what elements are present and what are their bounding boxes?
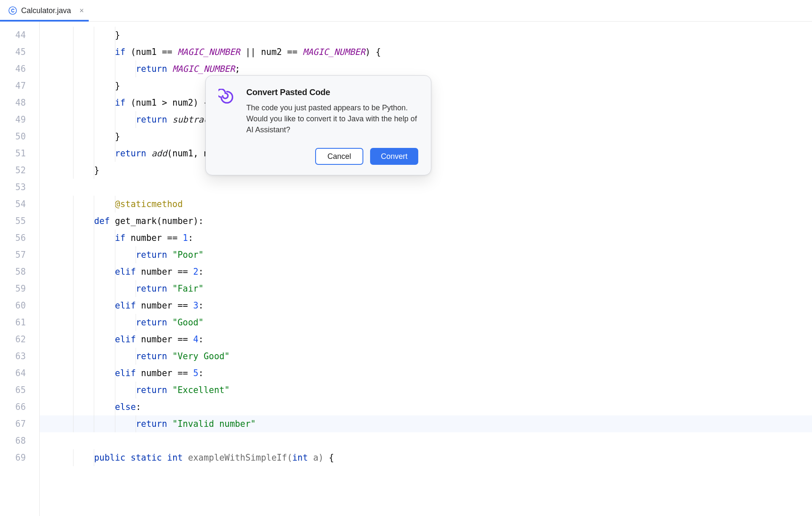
code-token: if <box>115 233 125 243</box>
code-line[interactable]: return "Very Good" <box>40 348 812 365</box>
indent-guide <box>115 77 115 94</box>
line-number-gutter: 4445464748495051525354555657585960616263… <box>0 22 40 516</box>
line-number: 47 <box>0 77 26 94</box>
indent-guide <box>115 60 115 77</box>
code-token: 4 <box>193 334 198 344</box>
line-number: 46 <box>0 60 26 77</box>
code-line[interactable]: elif number == 4: <box>40 331 812 348</box>
indent-guide <box>115 128 115 145</box>
line-number: 53 <box>0 179 26 196</box>
cancel-button[interactable]: Cancel <box>315 148 363 165</box>
code-token: add <box>152 148 167 158</box>
code-token: } <box>94 165 99 175</box>
svg-point-0 <box>9 7 16 14</box>
code-token: return <box>136 250 167 260</box>
code-token: } <box>115 30 120 40</box>
code-line[interactable]: elif number == 3: <box>40 297 812 314</box>
code-token: : <box>199 267 204 277</box>
code-line[interactable]: return "Excellent" <box>40 382 812 399</box>
indent-guide <box>115 280 115 297</box>
code-token: : <box>199 334 204 344</box>
code-line[interactable]: } <box>40 27 812 44</box>
code-token: MAGIC_NUMBER <box>177 47 240 57</box>
code-line[interactable]: @staticmethod <box>40 196 812 213</box>
indent-guide <box>73 145 74 162</box>
code-token: elif <box>115 267 136 277</box>
code-line[interactable]: return MAGIC_NUMBER; <box>40 60 812 77</box>
indent-guide <box>73 280 74 297</box>
indent-guide <box>73 111 74 128</box>
indent-guide <box>73 331 74 348</box>
indent-guide <box>136 348 136 365</box>
code-token: return <box>136 115 167 125</box>
code-line[interactable]: if (num1 == MAGIC_NUMBER || num2 == MAGI… <box>40 44 812 60</box>
indent-guide <box>94 246 94 263</box>
line-number: 49 <box>0 111 26 128</box>
convert-button[interactable]: Convert <box>370 148 418 165</box>
indent-guide <box>115 229 115 246</box>
line-number: 55 <box>0 213 26 229</box>
line-number: 69 <box>0 449 26 466</box>
code-token: exampleWithSimpleIf( <box>188 453 292 463</box>
code-line[interactable]: public static int exampleWithSimpleIf(in… <box>40 449 812 466</box>
code-token: int <box>292 453 313 463</box>
code-token: number == <box>136 368 193 378</box>
line-number: 62 <box>0 331 26 348</box>
code-token <box>167 385 172 395</box>
code-line[interactable]: return "Good" <box>40 314 812 331</box>
indent-guide <box>115 399 115 415</box>
indent-guide <box>73 213 74 229</box>
code-token: return <box>115 148 146 158</box>
code-token: 2 <box>193 267 198 277</box>
code-line[interactable] <box>40 432 812 449</box>
code-token: "Fair" <box>172 284 204 294</box>
code-line[interactable]: return "Fair" <box>40 280 812 297</box>
code-token: elif <box>115 334 136 344</box>
indent-guide <box>73 263 74 280</box>
line-number: 57 <box>0 246 26 263</box>
indent-guide <box>94 382 94 399</box>
line-number: 56 <box>0 229 26 246</box>
code-token: def <box>94 216 110 226</box>
editor-tab[interactable]: Calculator.java × <box>0 0 93 21</box>
indent-guide <box>115 263 115 280</box>
indent-guide <box>94 128 94 145</box>
code-token: return <box>136 351 167 361</box>
indent-guide <box>94 27 94 44</box>
code-token: a <box>313 453 318 463</box>
code-token: return <box>136 419 167 429</box>
code-line[interactable]: if number == 1: <box>40 229 812 246</box>
code-token <box>167 351 172 361</box>
code-token: elif <box>115 368 136 378</box>
close-tab-icon[interactable]: × <box>78 5 86 16</box>
code-line[interactable]: return "Poor" <box>40 246 812 263</box>
code-token: MAGIC_NUMBER <box>172 64 235 74</box>
indent-guide <box>115 348 115 365</box>
indent-guide <box>94 213 94 229</box>
indent-guide <box>94 145 94 162</box>
indent-guide <box>73 60 74 77</box>
indent-guide <box>136 415 136 432</box>
code-token: "Excellent" <box>172 385 230 395</box>
indent-guide <box>115 382 115 399</box>
code-token: : <box>199 300 204 311</box>
indent-guide <box>73 128 74 145</box>
code-token: "Invalid number" <box>172 419 256 429</box>
line-number: 60 <box>0 297 26 314</box>
code-token: else <box>115 402 136 412</box>
code-line[interactable]: elif number == 5: <box>40 365 812 382</box>
indent-guide <box>73 196 74 213</box>
indent-guide <box>94 94 94 111</box>
code-token: return <box>136 64 167 74</box>
line-number: 67 <box>0 415 26 432</box>
indent-guide <box>115 111 115 128</box>
code-line[interactable]: elif number == 2: <box>40 263 812 280</box>
code-line[interactable]: return "Invalid number" <box>40 415 812 432</box>
code-line[interactable]: def get_mark(number): <box>40 213 812 229</box>
code-line[interactable] <box>40 179 812 196</box>
code-token <box>167 64 172 74</box>
code-token: number == <box>136 334 193 344</box>
code-token <box>167 250 172 260</box>
code-token: "Poor" <box>172 250 204 260</box>
code-line[interactable]: else: <box>40 399 812 415</box>
